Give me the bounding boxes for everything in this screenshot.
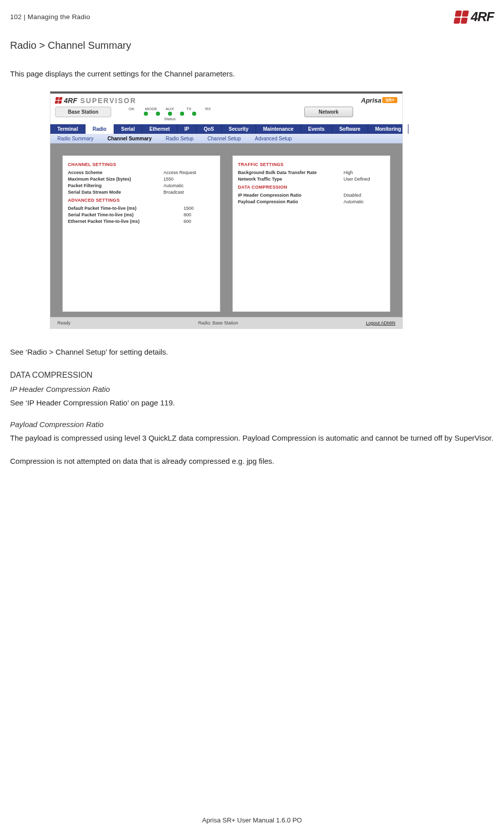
data-compression-head: DATA COMPRESSION (238, 185, 385, 190)
subtab-channel-setup[interactable]: Channel Setup (201, 134, 248, 143)
network-button[interactable]: Network (304, 107, 353, 117)
row-max-packet-size: Maximum Packet Size (bytes)1550 (68, 177, 215, 182)
payload-para-1: The payload is compressed using level 3 … (10, 433, 494, 444)
sv-status-row: Base Station OK MODE AUX TX RX Status Ne… (50, 106, 402, 124)
channel-settings-head: CHANNEL SETTINGS (68, 162, 215, 167)
led-mode-icon (156, 112, 160, 116)
sv-footer-bar: Ready Radio: Base Station Logout ADMIN (50, 317, 402, 328)
tab-security[interactable]: Security (222, 124, 256, 134)
row-ip-header-compression: IP Header Compression RatioDisabled (238, 193, 385, 198)
footer-ready: Ready (57, 320, 70, 325)
tab-serial[interactable]: Serial (114, 124, 142, 134)
logout-link[interactable]: Logout ADMIN (366, 320, 395, 325)
supervisor-word: SUPERVISOR (80, 97, 136, 105)
tab-software[interactable]: Software (332, 124, 368, 134)
led-rx-icon (192, 112, 196, 116)
row-packet-filtering: Packet FilteringAutomatic (68, 183, 215, 188)
panels-row: CHANNEL SETTINGS Access SchemeAccess Req… (50, 143, 402, 317)
tab-ethernet[interactable]: Ethernet (142, 124, 178, 134)
tab-terminal[interactable]: Terminal (50, 124, 86, 134)
section-data-compression: DATA COMPRESSION (10, 371, 494, 380)
see-channel-setup: See ‘Radio > Channel Setup’ for setting … (10, 347, 494, 358)
intro-paragraph: This page displays the current settings … (10, 68, 494, 79)
led-label-ok: OK (126, 107, 137, 111)
tab-events[interactable]: Events (301, 124, 332, 134)
led-aux-icon (168, 112, 172, 116)
tab-radio[interactable]: Radio (86, 124, 114, 134)
status-leds: OK MODE AUX TX RX Status (126, 107, 214, 121)
row-ethernet-ttl: Ethernet Packet Time-to-live (ms)600 (68, 219, 215, 224)
section-ip-header-ratio: IP Header Compression Ratio (10, 385, 494, 393)
row-access-scheme: Access SchemeAccess Request (68, 170, 215, 175)
subtab-channel-summary[interactable]: Channel Summary (101, 134, 159, 143)
supervisor-logo: 4RFSUPERVISOR (55, 97, 136, 105)
row-payload-compression: Payload Compression RatioAutomatic (238, 199, 385, 204)
led-label-rx: RX (203, 107, 214, 111)
tab-maintenance[interactable]: Maintenance (256, 124, 301, 134)
header-left-text: 102 | Managing the Radio (10, 13, 90, 21)
subtab-radio-summary[interactable]: Radio Summary (50, 134, 101, 143)
led-ok-icon (144, 112, 148, 116)
led-label-tx: TX (184, 107, 195, 111)
subtab-radio-setup[interactable]: Radio Setup (159, 134, 201, 143)
row-network-traffic-type: Network Traffic TypeUser Defined (238, 177, 385, 182)
traffic-settings-head: TRAFFIC SETTINGS (238, 162, 385, 167)
row-serial-data-stream: Serial Data Stream ModeBroadcast (68, 190, 215, 195)
sub-tabs: Radio Summary Channel Summary Radio Setu… (50, 134, 402, 143)
left-panel: CHANNEL SETTINGS Access SchemeAccess Req… (62, 155, 220, 312)
row-default-ttl: Default Packet Time-to-live (ms)1500 (68, 206, 215, 211)
brand-squares-icon (454, 11, 469, 24)
tab-monitoring[interactable]: Monitoring (368, 124, 409, 134)
sv-header-bar: 4RFSUPERVISOR AprisaSR+ (50, 94, 402, 106)
main-tabs: Terminal Radio Serial Ethernet IP QoS Se… (50, 124, 402, 134)
led-tx-icon (180, 112, 184, 116)
led-label-mode: MODE (145, 107, 156, 111)
base-station-box: Base Station (55, 107, 111, 117)
subtab-advanced-setup[interactable]: Advanced Setup (248, 134, 299, 143)
footer-radio-info: Radio: Base Station (198, 320, 238, 325)
advanced-settings-head: ADVANCED SETTINGS (68, 198, 215, 203)
sv-logo-squares-icon (55, 97, 62, 104)
row-bg-bulk-rate: Background Bulk Data Transfer RateHigh (238, 170, 385, 175)
payload-para-2: Compression is not attempted on data tha… (10, 456, 494, 467)
page-header: 102 | Managing the Radio 4RF (10, 9, 494, 25)
supervisor-screenshot: 4RFSUPERVISOR AprisaSR+ Base Station OK … (50, 92, 402, 328)
brand-text: 4RF (471, 9, 494, 25)
aprisa-badge: AprisaSR+ (361, 97, 397, 104)
see-ip-ratio: See ‘IP Header Compression Ratio’ on pag… (10, 397, 494, 408)
section-payload-ratio: Payload Compression Ratio (10, 420, 494, 429)
tab-ip[interactable]: IP (178, 124, 197, 134)
status-word: Status (164, 117, 176, 121)
doc-footer: Aprisa SR+ User Manual 1.6.0 PO (0, 816, 504, 824)
brand-logo: 4RF (455, 9, 494, 25)
aprisa-plus: SR+ (382, 97, 397, 103)
tab-qos[interactable]: QoS (197, 124, 222, 134)
row-serial-ttl: Serial Packet Time-to-live (ms)800 (68, 212, 215, 217)
aprisa-label: Aprisa (361, 97, 381, 104)
page-title: Radio > Channel Summary (10, 40, 494, 51)
right-panel: TRAFFIC SETTINGS Background Bulk Data Tr… (232, 155, 390, 312)
led-label-aux: AUX (164, 107, 176, 111)
